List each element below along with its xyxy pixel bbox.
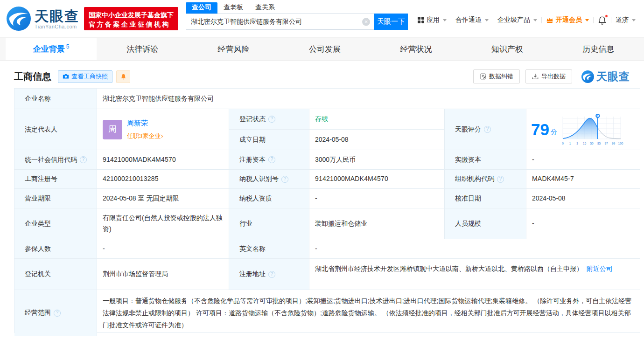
help-icon[interactable]: ?	[268, 156, 275, 163]
download-icon	[532, 73, 539, 80]
tianyancha-logo[interactable]: 天眼查 TianYanCha.com	[7, 6, 79, 31]
tab-label: 知识产权	[491, 44, 523, 55]
nav-user-menu[interactable]: 道济	[616, 16, 636, 24]
score-label-cell: 天眼评分 ?	[445, 109, 526, 150]
nav-separator	[593, 17, 594, 23]
nav-cooperation[interactable]: 合作通道	[455, 16, 489, 24]
status-date-subtable: 登记状态 ? 存续 成立日期 2024-05-08	[229, 109, 445, 150]
table-row: 企业名称 湖北密尔克卫智能供应链服务有限公司	[14, 89, 640, 109]
data-correction-button[interactable]: 数据纠错	[473, 69, 520, 83]
reg-address-value: 湖北省荆州市经济技术开发区滩桥镇观中大道以南、新桥大道以北、黄桥路以西（自主申报…	[315, 265, 583, 272]
reg-address-cell: 湖北省荆州市经济技术开发区滩桥镇观中大道以南、新桥大道以北、黄桥路以西（自主申报…	[309, 259, 640, 290]
search-tab-company[interactable]: 查公司	[186, 2, 217, 14]
nav-cooperation-label: 合作通道	[455, 16, 482, 24]
tab-label: 经营风险	[218, 44, 250, 55]
chevron-down-icon	[585, 19, 589, 21]
search-block: 查公司 查老板 查关系 × 天眼一下	[186, 2, 408, 37]
search-input[interactable]	[186, 14, 374, 29]
tab-company-background[interactable]: 企业背景 5	[6, 38, 97, 60]
tab-intellectual-property[interactable]: 知识产权	[462, 38, 553, 60]
help-icon[interactable]: ?	[281, 176, 288, 183]
company-type-value: 有限责任公司(自然人投资或控股的法人独资)	[97, 208, 229, 239]
tab-history-info[interactable]: 历史信息	[553, 38, 644, 60]
company-section-tabs: 企业背景 5 法律诉讼 经营风险 公司发展 经营状况 知识产权 历史信息	[0, 37, 644, 61]
score-distribution-chart: 0 1 3 15 50 85 97 99 100	[560, 112, 623, 147]
snapshot-button[interactable]: 查看工商快照	[58, 70, 112, 83]
tab-count-badge: 5	[66, 43, 70, 50]
business-scope-label-cell: 经营范围 ?	[14, 290, 97, 336]
help-icon[interactable]: ?	[268, 271, 275, 278]
nav-vip-membership[interactable]: 开通会员	[546, 16, 589, 24]
nav-separator	[493, 17, 493, 23]
tab-operation-status[interactable]: 经营状况	[371, 38, 462, 60]
table-row: 法定代表人 周 周新荣 任职3家企业› 登记状态 ? 存续 成立日期	[14, 109, 640, 150]
reg-number-label: 工商注册号	[14, 170, 97, 188]
tianyancha-watermark: 天眼查	[581, 69, 630, 84]
tab-operation-risk[interactable]: 经营风险	[188, 38, 279, 60]
staff-size-value: -	[526, 208, 640, 239]
reg-authority-value: 荆州市市场监督管理局	[97, 259, 229, 290]
tab-label: 经营状况	[400, 44, 432, 55]
help-icon[interactable]: ?	[484, 126, 491, 133]
clear-icon[interactable]: ×	[362, 18, 370, 26]
positions-label: 任职3家企业	[127, 132, 161, 139]
help-icon[interactable]: ?	[268, 116, 275, 123]
top-nav: 应用 合作通道 企业级产品 开通会员	[418, 15, 636, 25]
chevron-down-icon	[485, 19, 489, 21]
credit-code-label: 统一社会信用代码	[25, 154, 77, 165]
table-row: 登记机关 荆州市市场监督管理局 注册地址 ? 湖北省荆州市经济技术开发区滩桥镇观…	[14, 259, 640, 290]
taxpayer-quality-label: 纳税人资质	[229, 189, 309, 208]
tab-company-development[interactable]: 公司发展	[279, 38, 370, 60]
legal-rep-name-link[interactable]: 周新荣	[127, 118, 163, 129]
nav-apps-label: 应用	[427, 16, 440, 24]
notification-dot	[605, 14, 608, 18]
org-code-label: 组织机构代码	[455, 173, 494, 184]
nav-separator	[611, 17, 611, 23]
paid-capital-label: 实缴资本	[445, 150, 526, 169]
help-icon[interactable]: ?	[497, 176, 504, 183]
monitor-bell-button[interactable]	[116, 70, 130, 83]
insured-count-value: -	[97, 239, 229, 258]
reg-authority-label: 登记机关	[14, 259, 97, 290]
legal-rep-positions-link[interactable]: 任职3家企业›	[127, 131, 163, 141]
watermark-text: 天眼查	[596, 69, 630, 84]
logo-brand-text: 天眼查	[35, 8, 79, 24]
table-row: 登记状态 ? 存续	[229, 109, 444, 130]
legal-rep-label: 法定代表人	[14, 109, 97, 150]
nearby-companies-link[interactable]: 附近公司	[587, 265, 613, 272]
username: 道济	[616, 16, 629, 24]
staff-size-label: 人员规模	[445, 208, 526, 239]
paid-capital-value: -	[526, 150, 640, 169]
search-tab-boss[interactable]: 查老板	[217, 2, 249, 14]
business-scope-label: 经营范围	[25, 307, 51, 318]
score-axis-tick: 15	[583, 142, 587, 145]
taxpayer-id-label: 纳税人识别号	[239, 173, 279, 184]
logo-domain-text: TianYanCha.com	[35, 24, 79, 29]
tab-label: 历史信息	[582, 44, 614, 55]
score-label: 天眼评分	[455, 124, 481, 135]
tab-legal-litigation[interactable]: 法律诉讼	[97, 38, 188, 60]
search-tab-relation[interactable]: 查关系	[249, 2, 281, 14]
help-icon[interactable]: ?	[80, 156, 87, 163]
reg-address-label-cell: 注册地址 ?	[229, 259, 309, 290]
export-data-button[interactable]: 导出数据	[525, 69, 572, 83]
search-button[interactable]: 天眼一下	[374, 14, 408, 30]
tab-label: 法律诉讼	[126, 44, 158, 55]
nav-apps[interactable]: 应用	[418, 16, 447, 24]
business-term-label: 营业期限	[14, 189, 97, 208]
table-row: 成立日期 2024-05-08	[229, 130, 444, 150]
chevron-down-icon	[632, 19, 636, 21]
badge-line2: 官方备案企业征信机构	[89, 20, 174, 29]
help-icon[interactable]: ?	[54, 310, 61, 317]
approval-date-value: 2024-05-08	[526, 189, 640, 208]
english-name-label: 英文名称	[229, 239, 309, 258]
score-marker-pin	[595, 113, 600, 118]
table-row: 统一社会信用代码 ? 91421000MADK4M4570 注册资本 ? 300…	[14, 150, 640, 170]
chevron-down-icon	[443, 19, 447, 21]
search-row: × 天眼一下	[186, 14, 408, 30]
nav-enterprise-products[interactable]: 企业级产品	[497, 16, 537, 24]
industry-value: 装卸搬运和仓储业	[309, 208, 445, 239]
notifications-bell[interactable]	[598, 16, 607, 25]
avatar[interactable]: 周	[103, 120, 122, 139]
section-head-actions: 数据纠错 导出数据 天眼查	[473, 69, 630, 84]
